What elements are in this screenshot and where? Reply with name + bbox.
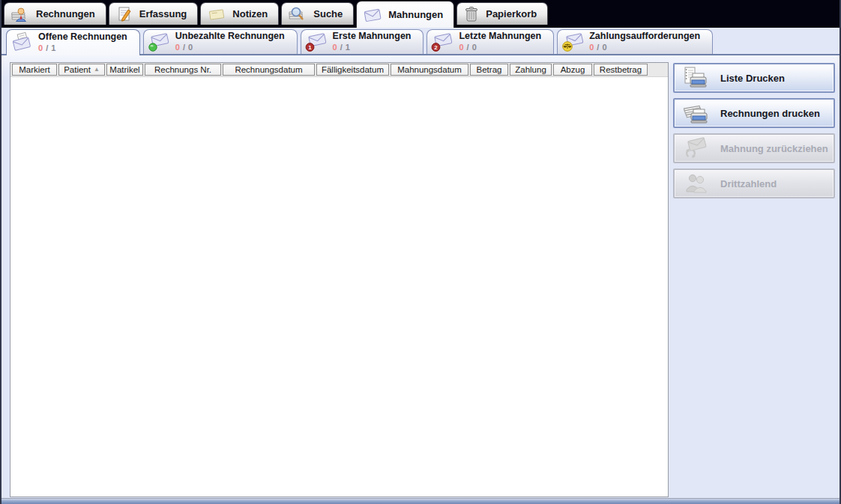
- tab-label: Mahnungen: [388, 9, 443, 20]
- tab-papierkorb[interactable]: Papierkorb: [456, 2, 548, 25]
- column-label: Matrikel: [109, 65, 139, 74]
- subtab-text: Letzte Mahnungen 0/0: [459, 31, 541, 52]
- tab-label: Erfassung: [139, 8, 187, 19]
- printer-stack-icon: [681, 101, 711, 125]
- app-window: Rechnungen Erfassung No: [0, 0, 841, 504]
- button-label: Mahnung zurückziehen: [720, 143, 828, 154]
- printer-list-icon: [681, 66, 711, 90]
- marked-count: 0: [333, 43, 337, 52]
- count-separator: /: [597, 43, 599, 52]
- svg-text:1: 1: [308, 44, 312, 51]
- subtab-erste-mahnungen[interactable]: 1 Erste Mahnungen 0/1: [301, 29, 424, 54]
- column-header-betrag[interactable]: Betrag: [470, 64, 508, 76]
- tab-erfassung[interactable]: Erfassung: [109, 2, 199, 25]
- sort-ascending-icon: ▲: [94, 67, 100, 73]
- column-label: Fälligkeitsdatum: [322, 65, 384, 74]
- column-label: Zahlung: [515, 65, 546, 74]
- button-label: Liste Drucken: [720, 73, 785, 84]
- liste-drucken-button[interactable]: Liste Drucken: [673, 63, 835, 93]
- tab-mahnungen[interactable]: Mahnungen: [356, 1, 454, 28]
- drittzahlend-button: Drittzahlend: [673, 168, 835, 198]
- column-header-patient[interactable]: Patient▲: [58, 64, 105, 76]
- subtab-counts: 0/0: [459, 43, 541, 53]
- papers-person-icon: [10, 5, 30, 23]
- marked-count: 0: [459, 43, 463, 52]
- subtab-text: Unbezahlte Rechnungen 0/0: [175, 31, 285, 52]
- total-count: 0: [188, 43, 193, 52]
- marked-count: 0: [38, 43, 43, 52]
- column-header-matrikel[interactable]: Matrikel: [106, 64, 143, 76]
- marked-count: 0: [175, 43, 180, 52]
- envelope-undo-icon: [681, 136, 711, 160]
- trash-icon: [463, 5, 480, 23]
- count-separator: /: [467, 43, 469, 52]
- total-count: 1: [51, 43, 55, 52]
- count-separator: /: [183, 43, 185, 52]
- tab-label: Notizen: [232, 8, 268, 19]
- count-separator: /: [340, 43, 343, 52]
- rechnungen-drucken-button[interactable]: Rechnungen drucken: [673, 98, 835, 128]
- subtab-label: Zahlungsaufforderungen: [589, 31, 700, 43]
- action-panel: Liste Drucken: [669, 62, 837, 497]
- column-label: Mahnungsdatum: [397, 65, 462, 74]
- envelope-letter-icon: [10, 32, 33, 53]
- column-label: Abzug: [561, 65, 585, 74]
- subtab-text: Offene Rechnungen 0/1: [38, 31, 127, 53]
- count-separator: /: [46, 43, 48, 52]
- button-label: Drittzahlend: [720, 178, 777, 189]
- sticky-note-icon: [207, 6, 226, 22]
- tab-label: Papierkorb: [486, 8, 537, 19]
- tab-rechnungen[interactable]: Rechnungen: [4, 2, 106, 25]
- column-label: Betrag: [477, 65, 502, 74]
- total-count: 1: [346, 43, 350, 52]
- marked-count: 0: [589, 43, 594, 52]
- envelope-icon: [363, 7, 382, 23]
- search-papers-icon: [288, 5, 307, 23]
- invoice-table: Markiert Patient▲ Matrikel Rechnungs Nr.…: [10, 62, 669, 497]
- subtab-letzte-mahnungen[interactable]: 2 Letzte Mahnungen 0/0: [426, 29, 554, 54]
- envelope-green-dot-icon: [148, 31, 170, 52]
- subtab-text: Zahlungsaufforderungen 0/0: [589, 31, 700, 52]
- main-tab-bar: Rechnungen Erfassung No: [1, 0, 840, 28]
- mahnungen-pane: Markiert Patient▲ Matrikel Rechnungs Nr.…: [1, 55, 840, 499]
- subtab-label: Unbezahlte Rechnungen: [175, 31, 285, 43]
- svg-text:2: 2: [435, 44, 438, 51]
- column-header-mahnungsdatum[interactable]: Mahnungsdatum: [391, 64, 468, 76]
- column-header-restbetrag[interactable]: Restbetrag: [594, 64, 648, 76]
- column-label: Rechnungsdatum: [235, 65, 302, 74]
- subtab-zahlungsaufforderungen[interactable]: Zahlungsaufforderungen 0/0: [557, 29, 713, 54]
- people-group-icon: [681, 171, 711, 195]
- subtab-label: Offene Rechnungen: [38, 31, 127, 43]
- tab-suche[interactable]: Suche: [281, 2, 354, 25]
- total-count: 0: [602, 43, 606, 52]
- column-header-rechnungsdatum[interactable]: Rechnungsdatum: [223, 64, 315, 76]
- subtab-text: Erste Mahnungen 0/1: [333, 31, 412, 52]
- column-label: Patient: [64, 65, 91, 74]
- column-header-faelligkeitsdatum[interactable]: Fälligkeitsdatum: [316, 64, 389, 76]
- subtab-counts: 0/0: [589, 43, 700, 53]
- subtab-label: Erste Mahnungen: [333, 31, 412, 43]
- subtab-counts: 0/1: [38, 43, 127, 54]
- document-pencil-icon: [115, 5, 133, 23]
- subtab-offene-rechnungen[interactable]: Offene Rechnungen 0/1: [6, 29, 140, 55]
- envelope-scales-icon: [561, 31, 584, 52]
- subtab-counts: 0/1: [333, 43, 412, 53]
- total-count: 0: [472, 43, 477, 52]
- table-body-empty: [10, 77, 668, 497]
- button-label: Rechnungen drucken: [720, 108, 820, 119]
- column-header-rechnungs-nr[interactable]: Rechnungs Nr.: [145, 64, 221, 76]
- envelope-badge-2-icon: 2: [431, 31, 453, 52]
- subtab-unbezahlte-rechnungen[interactable]: Unbezahlte Rechnungen 0/0: [143, 29, 298, 54]
- subtab-counts: 0/0: [175, 43, 285, 53]
- column-label: Markiert: [19, 65, 50, 74]
- column-header-abzug[interactable]: Abzug: [553, 64, 592, 76]
- column-header-zahlung[interactable]: Zahlung: [510, 64, 552, 76]
- column-label: Restbetrag: [600, 65, 642, 74]
- tab-notizen[interactable]: Notizen: [200, 2, 279, 25]
- mahnungen-subtab-bar: Offene Rechnungen 0/1 Unbezahlte Rechnun…: [1, 28, 840, 55]
- column-label: Rechnungs Nr.: [154, 65, 211, 74]
- column-header-markiert[interactable]: Markiert: [12, 64, 57, 76]
- window-bottom-edge: [1, 499, 840, 504]
- tab-label: Suche: [313, 8, 343, 19]
- tab-label: Rechnungen: [36, 8, 95, 19]
